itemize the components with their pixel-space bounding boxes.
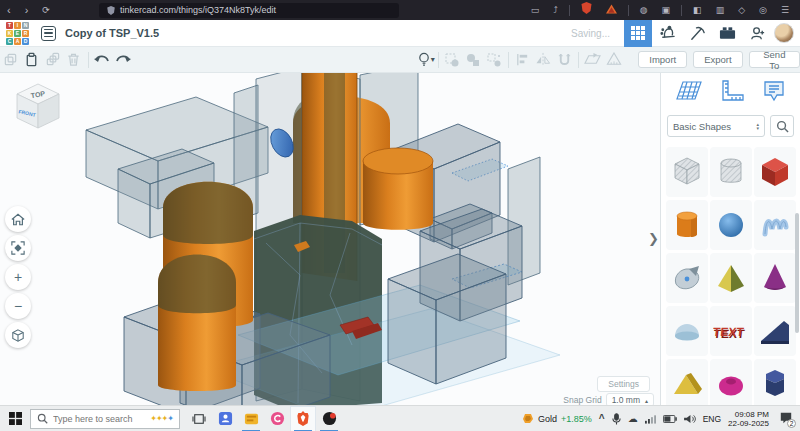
magnet-icon[interactable]: [554, 49, 575, 71]
paste-icon[interactable]: [21, 49, 42, 71]
location-icon[interactable]: ◎: [752, 0, 774, 20]
duplicate-icon[interactable]: [42, 49, 63, 71]
shape-box-hole[interactable]: [666, 147, 708, 197]
warning-extension-icon[interactable]: [599, 0, 624, 20]
app-files-icon[interactable]: [238, 406, 264, 431]
action-center-button[interactable]: 2: [776, 409, 796, 429]
network-icon[interactable]: [645, 414, 656, 424]
orange-cylinder-left-lower[interactable]: [158, 255, 236, 392]
task-view-button[interactable]: [186, 406, 212, 431]
caret-updown-icon: ▴▾: [756, 122, 759, 130]
battery-icon[interactable]: [663, 415, 677, 423]
notes-helper-icon[interactable]: [762, 79, 786, 107]
saving-status: Saving...: [571, 28, 624, 39]
delete-icon[interactable]: [63, 49, 84, 71]
reader-icon[interactable]: ▥: [709, 0, 732, 20]
container-extension-icon[interactable]: ▣: [655, 0, 678, 20]
mirror-icon[interactable]: [533, 49, 554, 71]
shape-wedge[interactable]: [754, 306, 796, 356]
smart-duplicate-icon[interactable]: [484, 49, 505, 71]
zoom-out-button[interactable]: −: [5, 293, 31, 319]
shape-half-sphere[interactable]: [666, 306, 708, 356]
app-header: TINKERCAD Copy of TSP_V1.5 Saving...: [0, 20, 800, 47]
3d-model-scene[interactable]: [0, 73, 660, 405]
perspective-toggle-button[interactable]: [5, 322, 31, 348]
minecraft-pickaxe-icon[interactable]: [682, 20, 712, 47]
undo-icon[interactable]: [91, 49, 112, 71]
app-dark-icon[interactable]: [316, 406, 342, 431]
align-icon[interactable]: [512, 49, 533, 71]
view-cube[interactable]: TOP FRONT: [13, 81, 63, 131]
app-pink-icon[interactable]: [264, 406, 290, 431]
group-icon[interactable]: [442, 49, 463, 71]
fit-view-button[interactable]: [5, 235, 31, 261]
shape-torus[interactable]: [710, 359, 752, 409]
shape-polygon[interactable]: [754, 359, 796, 409]
shape-pyramid[interactable]: [710, 253, 752, 303]
orange-cylinder-right[interactable]: [363, 148, 433, 230]
pip-icon[interactable]: ▭: [524, 0, 547, 20]
browser-forward-icon[interactable]: ›: [18, 0, 36, 20]
taskbar-search[interactable]: ✦✦✦✦: [30, 409, 180, 429]
microphone-icon[interactable]: [612, 413, 621, 425]
shape-search-button[interactable]: [770, 115, 794, 137]
settings-button[interactable]: Settings: [597, 376, 650, 392]
import-button[interactable]: Import: [638, 51, 687, 68]
snap-grid-select[interactable]: 1.0 mm ▴: [606, 393, 654, 405]
tinkercad-logo[interactable]: TINKERCAD: [6, 22, 29, 45]
ungroup-icon[interactable]: [463, 49, 484, 71]
shape-box[interactable]: [754, 147, 796, 197]
url-bar[interactable]: tinkercad.com/things/iQ374Nk8Tyk/edit: [99, 3, 399, 18]
speaker-icon[interactable]: [684, 414, 696, 424]
shape-sphere[interactable]: [710, 200, 752, 250]
shape-roof[interactable]: [666, 359, 708, 409]
divider: [438, 52, 439, 68]
dashboard-grid-button[interactable]: [624, 20, 652, 47]
shape-pen[interactable]: [666, 253, 708, 303]
design-title[interactable]: Copy of TSP_V1.5: [65, 27, 159, 39]
language-indicator[interactable]: ENG: [703, 414, 721, 424]
3d-canvas[interactable]: TOP FRONT + − Settings Snap Grid 1.0 mm …: [0, 73, 660, 405]
sidebar-toggle-icon[interactable]: ◧: [686, 0, 709, 20]
shape-text[interactable]: [710, 306, 752, 356]
adblock-extension-icon[interactable]: [574, 0, 599, 20]
export-button[interactable]: Export: [693, 51, 742, 68]
tray-expand-icon[interactable]: ^: [599, 413, 605, 424]
sync-icon[interactable]: ◇: [731, 0, 752, 20]
redo-icon[interactable]: [112, 49, 133, 71]
onedrive-cloud-icon[interactable]: ☁: [628, 413, 638, 424]
menu-icon[interactable]: ☰: [774, 0, 796, 20]
workplane-tool-icon[interactable]: [582, 49, 603, 71]
zoom-in-button[interactable]: +: [5, 264, 31, 290]
workplane-helper-icon[interactable]: [675, 79, 703, 107]
show-all-caret-icon[interactable]: ▾: [431, 55, 435, 64]
shape-cylinder[interactable]: [666, 200, 708, 250]
search-input[interactable]: [53, 414, 145, 424]
brick-icon[interactable]: [712, 20, 742, 47]
start-button[interactable]: [0, 406, 30, 431]
stock-widget[interactable]: Gold +1.85%: [522, 413, 592, 424]
sidebar-collapse-chevron[interactable]: ❯: [648, 231, 659, 246]
shape-category-select[interactable]: Basic Shapes ▴▾: [667, 115, 765, 137]
app-teams-icon[interactable]: [212, 406, 238, 431]
invite-person-icon[interactable]: [742, 20, 772, 47]
copy-icon[interactable]: [0, 49, 21, 71]
browser-reload-icon[interactable]: ⟳: [35, 0, 57, 20]
ruler-helper-icon[interactable]: [719, 79, 745, 107]
clock[interactable]: 09:08 PM 22-09-2025: [728, 410, 769, 428]
tinker-bell-icon[interactable]: [652, 20, 682, 47]
shape-cone[interactable]: [754, 253, 796, 303]
app-brave-icon[interactable]: [290, 406, 316, 431]
browser-back-icon[interactable]: ‹: [0, 0, 18, 20]
home-view-button[interactable]: [5, 206, 31, 232]
ghost-extension-icon[interactable]: ◍: [633, 0, 655, 20]
shape-cylinder-hole[interactable]: [710, 147, 752, 197]
ruler-tool-icon[interactable]: [603, 49, 624, 71]
design-menu-icon[interactable]: [41, 26, 56, 41]
send-to-button[interactable]: Send To: [749, 51, 800, 68]
shape-scribble[interactable]: [754, 200, 796, 250]
share-icon[interactable]: ⤴: [546, 0, 565, 20]
avatar[interactable]: [774, 23, 794, 43]
browser-chrome: ‹ › ⟳ tinkercad.com/things/iQ374Nk8Tyk/e…: [0, 0, 800, 20]
sidebar-scrollbar[interactable]: [795, 213, 799, 333]
